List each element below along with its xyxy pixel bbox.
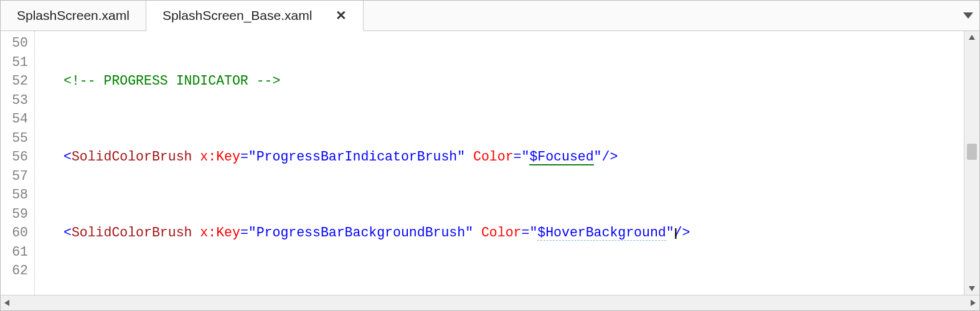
tab-splashscreen[interactable]: SplashScreen.xaml [1,1,146,30]
code-line [35,261,964,281]
tab-label: SplashScreen_Base.xaml [163,8,312,23]
line-number: 60 [7,223,28,243]
line-number: 62 [7,261,28,281]
tab-overflow-dropdown[interactable] [963,1,973,30]
svg-marker-0 [963,12,973,19]
line-number: 57 [7,167,28,186]
editor-area: 50 51 52 53 54 55 56 57 58 59 60 61 62 <… [1,31,979,310]
code-line: <SolidColorBrush x:Key="ProgressBarIndic… [35,147,964,167]
code-line [35,109,964,129]
line-number: 52 [7,72,28,91]
tab-strip: SplashScreen.xaml SplashScreen_Base.xaml… [1,1,979,31]
scroll-down-arrow-icon[interactable] [964,282,979,295]
code-content[interactable]: <!-- PROGRESS INDICATOR --> <SolidColorB… [35,31,964,295]
editor-window: SplashScreen.xaml SplashScreen_Base.xaml… [0,0,980,311]
chevron-down-icon [963,12,973,19]
line-number: 61 [7,243,28,262]
line-number: 53 [7,91,28,110]
scrollbar-thumb[interactable] [967,144,977,160]
svg-marker-3 [4,300,9,306]
line-number: 50 [7,34,28,53]
scroll-left-arrow-icon[interactable] [1,295,13,310]
text-caret: I [674,225,678,244]
vertical-scrollbar[interactable] [964,31,979,295]
scroll-up-arrow-icon[interactable] [964,31,979,44]
svg-marker-1 [969,35,975,40]
code-line: <SolidColorBrush x:Key="ProgressBarBackg… [35,223,964,243]
tab-label: SplashScreen.xaml [17,8,130,23]
scroll-right-arrow-icon[interactable] [967,295,979,310]
scrollbar-track[interactable] [964,44,979,282]
scrollbar-track[interactable] [13,295,967,310]
code-editor[interactable]: 50 51 52 53 54 55 56 57 58 59 60 61 62 <… [1,31,964,295]
tab-splashscreen-base[interactable]: SplashScreen_Base.xaml ✕ [146,1,364,31]
line-number: 56 [7,147,28,167]
line-number-gutter: 50 51 52 53 54 55 56 57 58 59 60 61 62 [1,31,35,295]
svg-marker-2 [969,286,975,291]
line-number: 58 [7,185,28,205]
close-icon[interactable]: ✕ [336,8,347,23]
line-number: 51 [7,53,28,72]
horizontal-scrollbar[interactable] [1,295,979,310]
code-line [35,185,964,205]
svg-marker-4 [971,300,976,306]
line-number: 59 [7,205,28,224]
code-line: <!-- PROGRESS INDICATOR --> [35,72,964,91]
line-number: 54 [7,109,28,129]
line-number: 55 [7,129,28,148]
